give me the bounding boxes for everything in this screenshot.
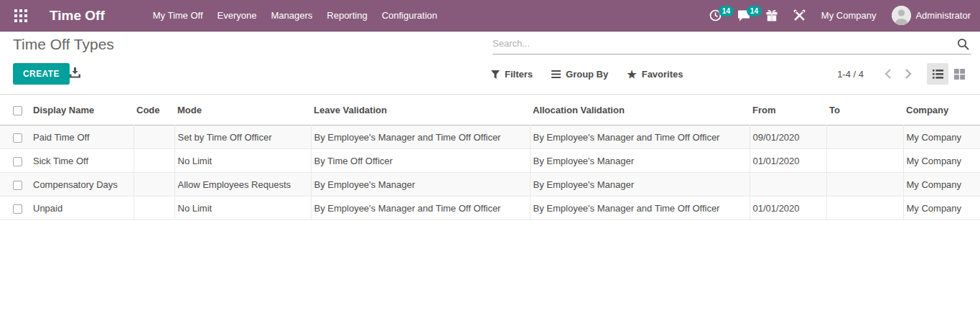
star-icon: ★	[627, 70, 636, 79]
table-header-row: Display Name Code Mode Leave Validation …	[0, 95, 980, 125]
table-row[interactable]: Paid Time Off Set by Time Off Officer By…	[0, 125, 980, 149]
create-button[interactable]: CREATE	[13, 63, 70, 85]
cell-leave-validation: By Employee's Manager and Time Off Offic…	[311, 125, 530, 149]
cell-leave-validation: By Employee's Manager	[311, 173, 530, 196]
cell-display-name: Compensatory Days	[30, 173, 134, 196]
column-header-mode[interactable]: Mode	[174, 95, 311, 125]
cell-code	[134, 125, 174, 149]
company-switcher[interactable]: My Company	[813, 0, 885, 32]
column-header-allocation-validation[interactable]: Allocation Validation	[530, 95, 750, 125]
systray: 14 14	[701, 0, 980, 32]
table-row[interactable]: Sick Time Off No Limit By Time Off Offic…	[0, 149, 980, 173]
cell-from: 01/01/2020	[750, 196, 826, 220]
tools-icon	[793, 9, 806, 22]
row-checkbox[interactable]	[13, 181, 22, 190]
app-title[interactable]: Time Off	[50, 8, 105, 24]
pager-range: 1-4 / 4	[837, 69, 864, 80]
top-navbar: Time Off My Time Off Everyone Managers R…	[0, 0, 980, 32]
cell-allocation-validation: By Employee's Manager and Time Off Offic…	[530, 125, 750, 149]
column-header-to[interactable]: To	[826, 95, 903, 125]
cell-to	[826, 125, 903, 149]
cell-from	[750, 173, 826, 196]
row-select-cell	[0, 125, 30, 149]
menu-managers[interactable]: Managers	[263, 0, 319, 32]
row-select-cell	[0, 149, 30, 173]
pager-and-view-switcher: 1-4 / 4	[837, 63, 970, 85]
group-by-label: Group By	[566, 69, 608, 80]
filter-bar: Filters Group By ★ Favorites	[491, 64, 683, 85]
group-by-button[interactable]: Group By	[551, 69, 608, 80]
column-header-code[interactable]: Code	[134, 95, 174, 125]
table-row[interactable]: Compensatory Days Allow Employees Reques…	[0, 173, 980, 196]
pager-next-button[interactable]	[898, 69, 918, 79]
list-view-button[interactable]	[927, 63, 948, 85]
apps-menu-button[interactable]	[0, 0, 41, 32]
cell-to	[826, 149, 903, 173]
cell-leave-validation: By Time Off Officer	[311, 149, 530, 173]
cell-company: My Company	[903, 196, 980, 220]
group-by-bars-icon	[551, 70, 561, 78]
cell-mode: No Limit	[174, 196, 311, 220]
menu-configuration[interactable]: Configuration	[375, 0, 444, 32]
export-download-button[interactable]	[70, 67, 80, 78]
debug-tools-button[interactable]	[785, 0, 813, 32]
download-icon	[70, 67, 80, 78]
favorites-label: Favorites	[642, 69, 683, 80]
cell-from: 09/01/2020	[750, 125, 826, 149]
cell-display-name: Sick Time Off	[30, 149, 134, 173]
filters-button[interactable]: Filters	[491, 69, 533, 80]
column-header-from[interactable]: From	[750, 95, 826, 125]
avatar[interactable]	[892, 6, 911, 25]
column-header-leave-validation[interactable]: Leave Validation	[311, 95, 530, 125]
search-icon[interactable]	[957, 38, 969, 50]
kanban-view-button[interactable]	[948, 63, 970, 85]
activities-button[interactable]: 14	[701, 0, 729, 32]
filters-label: Filters	[505, 69, 533, 80]
favorites-button[interactable]: ★ Favorites	[627, 69, 683, 80]
cell-mode: Allow Employees Requests	[174, 173, 311, 196]
cell-leave-validation: By Employee's Manager and Time Off Offic…	[311, 196, 530, 220]
row-select-cell	[0, 196, 30, 220]
menu-my-time-off[interactable]: My Time Off	[146, 0, 210, 32]
page-title: Time Off Types	[13, 36, 114, 53]
app-menu: My Time Off Everyone Managers Reporting …	[146, 0, 444, 32]
view-switcher	[927, 63, 970, 85]
column-header-company[interactable]: Company	[903, 95, 980, 125]
select-all-checkbox[interactable]	[13, 106, 22, 115]
rewards-button[interactable]	[758, 0, 785, 32]
table-row[interactable]: Unpaid No Limit By Employee's Manager an…	[0, 196, 980, 220]
cell-company: My Company	[903, 149, 980, 173]
cell-display-name: Unpaid	[30, 196, 134, 220]
gift-icon	[766, 9, 778, 22]
cell-mode: Set by Time Off Officer	[174, 125, 311, 149]
cell-company: My Company	[903, 173, 980, 196]
select-all-cell	[0, 95, 30, 125]
row-checkbox[interactable]	[13, 204, 22, 214]
messages-button[interactable]: 14	[729, 0, 758, 32]
cell-to	[826, 173, 903, 196]
menu-reporting[interactable]: Reporting	[319, 0, 374, 32]
cell-mode: No Limit	[174, 149, 311, 173]
cell-to	[826, 196, 903, 220]
row-checkbox[interactable]	[13, 157, 22, 166]
pager-previous-button[interactable]	[878, 69, 898, 79]
time-off-types-table: Display Name Code Mode Leave Validation …	[0, 94, 980, 220]
column-header-display-name[interactable]: Display Name	[30, 95, 134, 125]
kanban-view-icon	[954, 69, 965, 80]
menu-everyone[interactable]: Everyone	[210, 0, 264, 32]
cell-code	[134, 196, 174, 220]
cell-company: My Company	[903, 125, 980, 149]
list-view-icon	[933, 70, 943, 79]
row-select-cell	[0, 173, 30, 196]
cell-allocation-validation: By Employee's Manager	[530, 173, 750, 196]
cell-from: 01/01/2020	[750, 149, 826, 173]
cell-code	[134, 173, 174, 196]
cell-display-name: Paid Time Off	[30, 125, 134, 149]
cell-allocation-validation: By Employee's Manager	[530, 149, 750, 173]
cell-allocation-validation: By Employee's Manager and Time Off Offic…	[530, 196, 750, 220]
search-bar	[493, 33, 971, 54]
user-menu[interactable]: Administrator	[915, 0, 971, 32]
filter-funnel-icon	[491, 70, 500, 79]
row-checkbox[interactable]	[13, 133, 22, 143]
search-input[interactable]	[493, 33, 945, 54]
